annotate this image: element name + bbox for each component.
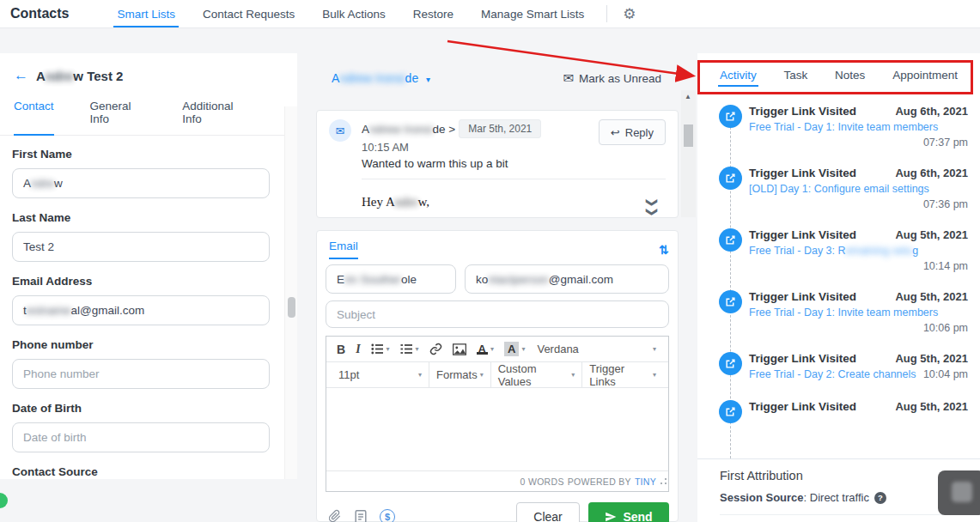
- conversation-scrollbar[interactable]: ▲: [681, 90, 696, 217]
- attachment-button[interactable]: [329, 509, 342, 522]
- tab-activity[interactable]: Activity: [720, 69, 757, 92]
- chevron-down-icon: ▾: [490, 345, 494, 353]
- trigger-links-select[interactable]: Trigger Links ▾: [582, 362, 663, 387]
- attribution-section: First Attribution Session Source: Direct…: [720, 469, 960, 522]
- rich-text-editor: B I ▾ ▾ A▾ A▾ Verdana: [326, 336, 669, 492]
- text-color-button[interactable]: A▾: [472, 337, 499, 361]
- email-input[interactable]: testnameal@gmail.com: [12, 295, 270, 325]
- back-arrow-icon[interactable]: ←: [14, 67, 28, 84]
- editor-content-area[interactable]: [326, 388, 668, 470]
- bold-button[interactable]: B: [332, 337, 350, 361]
- timeline-entry-title: Trigger Link Visited: [749, 105, 856, 118]
- mark-as-unread-button[interactable]: ✉ Mark as Unread: [563, 70, 661, 86]
- tab-smart-lists[interactable]: Smart Lists: [103, 0, 189, 27]
- divider: [606, 5, 607, 22]
- scrollbar-thumb[interactable]: [288, 297, 295, 318]
- insert-image-button[interactable]: [447, 337, 472, 361]
- tab-notes[interactable]: Notes: [835, 69, 865, 92]
- link-icon: [429, 343, 442, 355]
- tab-appointment[interactable]: Appointment: [892, 69, 958, 92]
- scrollbar-thumb[interactable]: [684, 124, 693, 147]
- chevron-down-icon: ▾: [571, 371, 575, 379]
- timeline-entry-link[interactable]: Free Trial - Day 2: Create channels: [749, 368, 916, 380]
- composer-tab-email[interactable]: Email: [329, 240, 358, 259]
- tiny-brand-link[interactable]: TINY: [635, 476, 656, 487]
- dob-input[interactable]: [12, 422, 270, 452]
- chevron-down-icon: ▾: [521, 345, 525, 353]
- last-name-input[interactable]: Test 2: [12, 232, 270, 262]
- insert-link-button[interactable]: [424, 337, 447, 361]
- paperclip-icon: [329, 509, 342, 522]
- first-attribution-heading: First Attribution: [720, 469, 960, 483]
- conversation-contact-dropdown[interactable]: Andrew Ironside ▾: [316, 71, 430, 85]
- custom-values-select[interactable]: Custom Values ▾: [491, 362, 582, 387]
- timeline-entry-date: Aug 5th, 2021: [895, 352, 968, 365]
- collapse-composer-icon[interactable]: ⇅: [659, 243, 667, 257]
- timeline-entry: Trigger Link VisitedAug 5th, 2021: [697, 400, 980, 413]
- tab-additional-info[interactable]: Additional Info: [182, 91, 247, 135]
- email-label: Email Address: [12, 275, 271, 288]
- tab-manage-smart-lists[interactable]: Manage Smart Lists: [467, 0, 598, 27]
- contact-details-panel: ← Andrew Test 2 Contact General Info Add…: [0, 53, 297, 479]
- chat-widget-button[interactable]: [938, 470, 980, 515]
- chevron-down-icon: ▾: [480, 371, 484, 379]
- tab-general-info[interactable]: General Info: [90, 91, 147, 135]
- resize-grip[interactable]: [660, 478, 667, 484]
- to-input[interactable]: kontactperson@gmail.com: [465, 264, 669, 294]
- tab-task[interactable]: Task: [784, 69, 808, 92]
- timeline-entry: Trigger Link VisitedAug 5th, 2021 Free T…: [697, 290, 980, 334]
- top-nav-tabs: Smart Lists Contact Requests Bulk Action…: [103, 0, 598, 27]
- first-attribution-source: Session Source: Direct traffic ?: [720, 491, 960, 504]
- timeline-entry-link[interactable]: Free Trial - Day 1: Invite team members: [749, 121, 968, 133]
- payments-button[interactable]: $: [380, 509, 395, 522]
- contacts-page: Contacts Smart Lists Contact Requests Bu…: [0, 0, 980, 522]
- contact-panel-tabs: Contact General Info Additional Info: [0, 91, 297, 136]
- phone-input[interactable]: [12, 359, 270, 389]
- first-name-input[interactable]: Andrew: [12, 168, 270, 198]
- trigger-link-icon: [719, 167, 742, 190]
- dob-field: Date of Birth: [12, 402, 271, 452]
- background-color-button[interactable]: A▾: [499, 337, 530, 361]
- timeline-entry-link[interactable]: Free Trial - Day 3: Remaining setug: [749, 245, 968, 257]
- help-icon[interactable]: ?: [874, 492, 886, 504]
- reply-arrow-icon: ↩: [611, 126, 620, 139]
- timeline-entry-link[interactable]: [OLD] Day 1: Configure email settings: [749, 183, 968, 195]
- font-size-select[interactable]: 11pt ▾: [332, 362, 429, 387]
- page-title: Contacts: [10, 6, 69, 21]
- timeline-entry-time: 07:37 pm: [749, 137, 968, 149]
- reply-button[interactable]: ↩ Reply: [599, 119, 666, 145]
- tab-contact[interactable]: Contact: [14, 91, 54, 135]
- trigger-link-icon: [719, 228, 742, 252]
- timeline-entry-link[interactable]: Free Trial - Day 1: Invite team members: [749, 307, 968, 319]
- word-count: 0 WORDS: [520, 476, 564, 487]
- chevron-down-icon: ▾: [387, 345, 390, 353]
- first-name-field: First Name Andrew: [12, 148, 271, 198]
- italic-button[interactable]: I: [350, 337, 365, 361]
- tab-restore[interactable]: Restore: [399, 0, 467, 27]
- clear-button[interactable]: Clear: [516, 502, 580, 522]
- tab-bulk-actions[interactable]: Bulk Actions: [308, 0, 399, 27]
- formats-select[interactable]: Formats ▾: [429, 362, 490, 387]
- timeline-entry-title: Trigger Link Visited: [749, 228, 856, 241]
- editor-toolbar-row-1: B I ▾ ▾ A▾ A▾ Verdana: [326, 337, 668, 362]
- timeline-entry-date: Aug 6th, 2021: [895, 105, 968, 118]
- gear-icon[interactable]: ⚙: [616, 5, 642, 23]
- subject-input[interactable]: [326, 300, 669, 328]
- timeline-entry-date: Aug 5th, 2021: [895, 400, 968, 413]
- scrollbar-up-arrow[interactable]: ▲: [685, 93, 691, 100]
- tab-contact-requests[interactable]: Contact Requests: [189, 0, 308, 27]
- send-button[interactable]: Send: [588, 502, 669, 522]
- trigger-link-icon: [719, 352, 742, 375]
- bullet-list-button[interactable]: ▾: [366, 337, 395, 361]
- collapse-message-icon[interactable]: ❯❯: [647, 198, 660, 217]
- contact-source-label: Contact Source: [12, 465, 271, 478]
- templates-button[interactable]: [355, 510, 367, 522]
- numbered-list-button[interactable]: ▾: [395, 337, 424, 361]
- left-panel-scrollbar[interactable]: ▼: [284, 106, 297, 479]
- timeline-entry-date: Aug 5th, 2021: [895, 228, 968, 241]
- from-input[interactable]: Erin Southerole: [326, 264, 456, 294]
- trigger-link-icon: [719, 400, 742, 423]
- chevron-down-icon: ▾: [418, 371, 422, 379]
- message-time: 10:15 AM: [362, 141, 599, 154]
- font-family-select[interactable]: Verdana ▾: [530, 337, 663, 361]
